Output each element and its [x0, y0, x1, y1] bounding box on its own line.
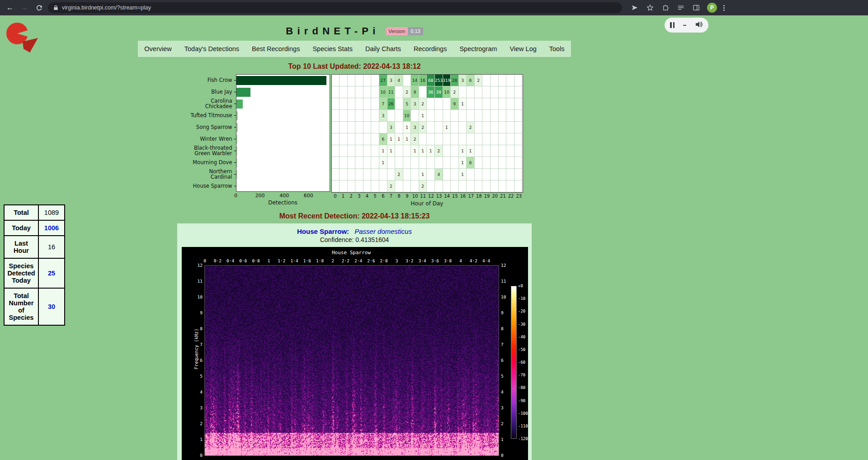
heatmap-cell [332, 133, 340, 145]
heatmap-cell [506, 169, 514, 180]
heatmap-x-tick: 7 [387, 193, 395, 199]
bookmark-star-icon[interactable] [646, 3, 655, 12]
forward-icon[interactable]: → [19, 2, 30, 13]
nav-item-spectrogram[interactable]: Spectrogram [453, 45, 503, 52]
heatmap-cell [332, 157, 340, 169]
detection-species-link[interactable]: House Sparrow: [297, 228, 349, 235]
heatmap-cell [340, 86, 348, 98]
nav-item-best-recordings[interactable]: Best Recordings [245, 45, 306, 52]
top10-heading: Top 10 Last Updated: 2022-04-13 18:12 [0, 62, 709, 71]
heatmap-cell [403, 157, 411, 169]
back-icon[interactable]: ← [5, 2, 15, 13]
heatmap-cell [451, 110, 459, 122]
nav-item-species-stats[interactable]: Species Stats [306, 45, 359, 52]
heatmap-cell [348, 133, 356, 145]
version-badge-value: 0.13 [408, 27, 423, 35]
heatmap-cell [332, 75, 340, 86]
spectrogram-time-tick: 2·6 [367, 258, 375, 263]
heatmap-cell [340, 122, 348, 133]
heatmap-cell [451, 133, 459, 145]
heatmap-cell [506, 86, 514, 98]
stats-row: Total1089 [4, 205, 65, 220]
stats-label: Last Hour [4, 236, 38, 258]
heatmap-cell [371, 157, 379, 169]
browser-action-icons: P [630, 3, 725, 13]
heatmap-cell: 3 [459, 75, 467, 86]
nav-item-tools[interactable]: Tools [543, 45, 571, 52]
stats-table: Total1089Today1006Last Hour16Species Det… [4, 204, 65, 326]
reload-icon[interactable] [33, 2, 44, 13]
volume-icon[interactable] [695, 21, 703, 30]
heatmap-cell [371, 98, 379, 110]
nav-item-today-s-detections[interactable]: Today's Detections [178, 45, 245, 52]
nav-item-daily-charts[interactable]: Daily Charts [359, 45, 407, 52]
stats-row: Today1006 [4, 220, 65, 236]
nav-item-overview[interactable]: Overview [138, 45, 178, 52]
side-panel-icon[interactable] [692, 3, 701, 12]
heatmap-x-tick: 16 [459, 193, 467, 199]
bar-panel [236, 74, 330, 192]
heatmap-cell: 1 [387, 133, 396, 145]
stats-value[interactable]: 30 [38, 288, 65, 325]
heatmap-cell [363, 75, 372, 86]
detection-count-bar [236, 88, 251, 97]
version-badge-label: Version [386, 27, 408, 35]
heatmap-x-tick: 9 [403, 193, 411, 199]
reading-list-icon[interactable] [676, 3, 685, 12]
spectrogram-time-tick: 3·8 [444, 258, 452, 263]
nav-item-recordings[interactable]: Recordings [407, 45, 453, 52]
most-recent-heading: Most Recent Detection: 2022-04-13 18:15:… [0, 212, 709, 220]
heatmap-cell [475, 98, 483, 110]
spectrogram-freq-tick: 0 [189, 453, 203, 458]
heatmap-cell [491, 180, 499, 192]
heatmap-cell [451, 169, 459, 180]
heatmap-grid: 2734141668253319283621011293639102726532… [331, 74, 523, 193]
stats-value[interactable]: 25 [38, 258, 65, 288]
heatmap-cell: 1 [467, 145, 475, 157]
species-labels-column: Fish CrowBlue JayCarolina ChickadeeTufte… [186, 74, 236, 207]
heatmap-cell [443, 157, 451, 169]
heatmap-cell: 3 [379, 110, 387, 122]
heatmap-cell [443, 145, 451, 157]
heatmap-cell [411, 169, 419, 180]
heatmap-cell: 2 [403, 86, 411, 98]
heatmap-x-tick: 22 [507, 193, 515, 199]
spectrogram-time-tick: 0·6 [239, 258, 247, 263]
browser-menu-icon[interactable] [723, 5, 725, 11]
heatmap-x-tick: 21 [499, 193, 507, 199]
heatmap-cell [332, 180, 340, 192]
share-icon[interactable] [630, 3, 639, 12]
url-bar[interactable]: virginia.birdnetpi.com/?stream=play [48, 2, 622, 13]
heatmap-cell [363, 110, 372, 122]
heatmap-cell [467, 86, 475, 98]
heatmap-cell: 1 [403, 133, 411, 145]
spectrogram-time-tick: 1·8 [316, 258, 324, 263]
heatmap-cell [348, 157, 356, 169]
hourly-heatmap: 2734141668253319283621011293639102726532… [331, 74, 523, 207]
spectrogram-canvas [205, 266, 499, 455]
heatmap-cell: 6 [467, 75, 475, 86]
heatmap-cell [514, 122, 523, 133]
extensions-puzzle-icon[interactable] [661, 3, 670, 12]
heatmap-cell [499, 145, 507, 157]
heatmap-cell [355, 110, 363, 122]
heatmap-cell [475, 110, 483, 122]
heatmap-cell: 11 [387, 86, 396, 98]
nav-item-view-log[interactable]: View Log [503, 45, 542, 52]
spectrogram-time-tick: 0 [203, 258, 206, 263]
spectrogram-plot [204, 265, 499, 456]
heatmap-cell [467, 110, 475, 122]
stats-row: Last Hour16 [4, 236, 65, 258]
heatmap-cell [355, 98, 363, 110]
pause-button[interactable] [670, 22, 675, 28]
heatmap-cell [435, 110, 443, 122]
species-label: Mourning Dove [186, 156, 236, 168]
heatmap-cell [506, 110, 514, 122]
stats-value[interactable]: 1006 [38, 220, 65, 236]
heatmap-cell [403, 145, 411, 157]
profile-avatar[interactable]: P [707, 3, 717, 13]
stats-value: 1089 [38, 205, 65, 220]
heatmap-cell [332, 98, 340, 110]
spectrogram-time-tick: 1·6 [303, 258, 311, 263]
detection-scientific-name[interactable]: Passer domesticus [354, 228, 412, 235]
